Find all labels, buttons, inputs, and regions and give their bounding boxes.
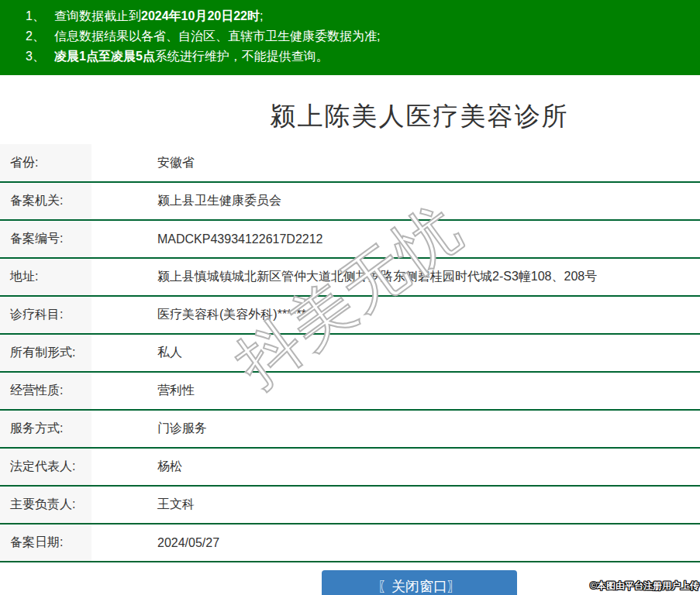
row-value-filing-date: 2024/05/27 xyxy=(91,524,700,562)
notice-line-2: 2、 信息数据结果以各省、自治区、直辖市卫生健康委数据为准; xyxy=(26,26,700,46)
upload-credit: ©本图由平台注册用户上传 xyxy=(590,580,699,593)
notice-banner: 1、 查询数据截止到2024年10月20日22时; 2、 信息数据结果以各省、自… xyxy=(0,0,700,75)
page-title: 颍上陈美人医疗美容诊所 xyxy=(0,75,700,129)
notice-text: 凌晨1点至凌晨5点系统进行维护，不能提供查询。 xyxy=(54,46,329,67)
close-window-button[interactable]: 〖关闭窗口〗 xyxy=(322,570,517,595)
row-label-filing-authority: 备案机关: xyxy=(0,182,91,220)
row-label-service-mode: 服务方式: xyxy=(0,410,91,448)
table-row: 法定代表人: 杨松 xyxy=(0,448,700,486)
table-row: 所有制形式: 私人 xyxy=(0,334,700,372)
row-label-business-nature: 经营性质: xyxy=(0,372,91,410)
row-label-province: 省份: xyxy=(0,144,91,182)
table-row: 备案日期: 2024/05/27 xyxy=(0,524,700,562)
table-row: 诊疗科目: 医疗美容科(美容外科)****** xyxy=(0,296,700,334)
notice-line-1: 1、 查询数据截止到2024年10月20日22时; xyxy=(26,6,700,26)
row-value-filing-authority: 颍上县卫生健康委员会 xyxy=(91,182,700,220)
row-label-ownership-form: 所有制形式: xyxy=(0,334,91,372)
row-label-treatment-subjects: 诊疗科目: xyxy=(0,296,91,334)
notice-number: 3、 xyxy=(26,46,54,67)
row-label-legal-representative: 法定代表人: xyxy=(0,448,91,486)
row-value-service-mode: 门诊服务 xyxy=(91,410,700,448)
notice-text: 信息数据结果以各省、自治区、直辖市卫生健康委数据为准; xyxy=(54,26,380,46)
row-value-address: 颍上县慎城镇城北新区管仲大道北侧甘罗路东侧碧桂园时代城2-S3幢108、208号 xyxy=(91,258,700,296)
table-row: 主要负责人: 王文科 xyxy=(0,486,700,524)
row-label-address: 地址: xyxy=(0,258,91,296)
row-label-main-person-in-charge: 主要负责人: xyxy=(0,486,91,524)
table-row: 备案机关: 颍上县卫生健康委员会 xyxy=(0,182,700,220)
institution-info-table: 省份: 安徽省 备案机关: 颍上县卫生健康委员会 备案编号: MADCKP439… xyxy=(0,144,700,562)
notice-text: 查询数据截止到2024年10月20日22时; xyxy=(54,6,263,26)
notice-number: 1、 xyxy=(26,6,54,26)
notice-line-3: 3、 凌晨1点至凌晨5点系统进行维护，不能提供查询。 xyxy=(26,46,700,67)
row-value-business-nature: 营利性 xyxy=(91,372,700,410)
row-value-filing-number: MADCKP43934122617D2212 xyxy=(91,220,700,258)
table-row: 经营性质: 营利性 xyxy=(0,372,700,410)
notice-number: 2、 xyxy=(26,26,54,46)
table-row: 地址: 颍上县慎城镇城北新区管仲大道北侧甘罗路东侧碧桂园时代城2-S3幢108、… xyxy=(0,258,700,296)
row-value-legal-representative: 杨松 xyxy=(91,448,700,486)
row-value-treatment-subjects: 医疗美容科(美容外科)****** xyxy=(91,296,700,334)
table-row: 服务方式: 门诊服务 xyxy=(0,410,700,448)
row-label-filing-number: 备案编号: xyxy=(0,220,91,258)
row-value-main-person-in-charge: 王文科 xyxy=(91,486,700,524)
row-value-ownership-form: 私人 xyxy=(91,334,700,372)
page-container: 1、 查询数据截止到2024年10月20日22时; 2、 信息数据结果以各省、自… xyxy=(0,0,700,595)
table-row: 备案编号: MADCKP43934122617D2212 xyxy=(0,220,700,258)
table-row: 省份: 安徽省 xyxy=(0,144,700,182)
row-value-province: 安徽省 xyxy=(91,144,700,182)
row-label-filing-date: 备案日期: xyxy=(0,524,91,562)
